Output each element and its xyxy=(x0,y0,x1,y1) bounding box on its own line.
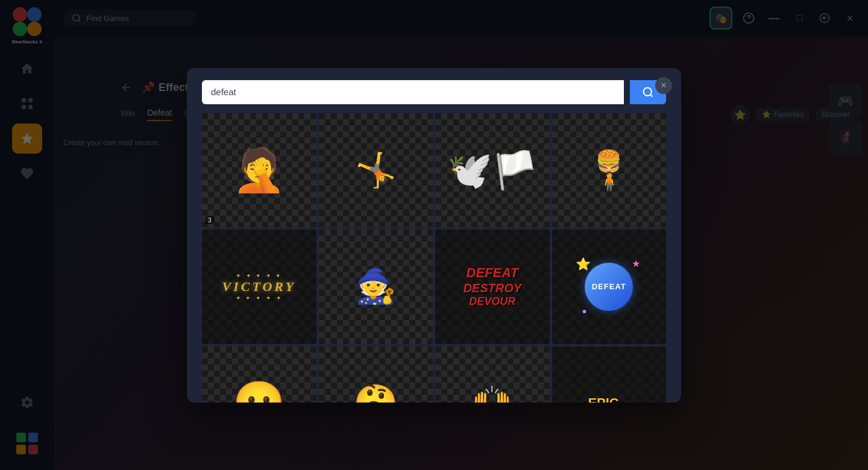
epic-content: EPIC... xyxy=(552,346,667,403)
effect-item-10[interactable]: 🤔 xyxy=(319,346,433,403)
effect-number-1: 3 xyxy=(205,216,215,224)
effect-item-12[interactable]: EPIC... xyxy=(552,346,667,403)
modal-search-row xyxy=(187,68,681,113)
effect-emoji-4: 🍔 🧍 xyxy=(596,149,622,192)
effect-item-6[interactable]: 🧙 xyxy=(319,230,433,344)
modal-close-button[interactable]: × xyxy=(655,77,672,94)
effect-item-8[interactable]: DEFEAT ⭐ ★ ● xyxy=(552,230,667,344)
effect-emoji-9: 😶 xyxy=(233,378,285,402)
effect-item-2[interactable]: 🤸 xyxy=(319,113,433,228)
search-icon xyxy=(642,86,654,98)
effects-grid: 🤦 3 🤸 🕊️🏳️ xyxy=(202,113,666,403)
effect-item-1[interactable]: 🤦 3 xyxy=(202,113,316,228)
effect-emoji-2: 🤸 xyxy=(355,151,397,190)
defeat-bubble-content: DEFEAT ⭐ ★ ● xyxy=(552,230,667,344)
modal-overlay[interactable]: × 🤦 xyxy=(0,0,868,470)
effect-emoji-6: 🧙 xyxy=(355,267,397,306)
effect-emoji-11: 🙌 xyxy=(471,384,513,403)
effect-item-3[interactable]: 🕊️🏳️ xyxy=(435,113,550,228)
svg-point-19 xyxy=(644,87,652,95)
modal-search-input[interactable] xyxy=(202,80,624,104)
effect-item-5[interactable]: ✦ ✦ ✦ ✦ ✦ VICTORY ✦ ✦ ✦ ✦ ✦ xyxy=(202,230,316,344)
app-container: BlueStacks X xyxy=(0,0,868,470)
victory-text: ✦ ✦ ✦ ✦ ✦ VICTORY ✦ ✦ ✦ ✦ ✦ xyxy=(222,272,296,301)
effect-emoji-3: 🕊️🏳️ xyxy=(447,149,538,192)
modal-grid[interactable]: 🤦 3 🤸 🕊️🏳️ xyxy=(187,113,681,403)
effect-item-11[interactable]: 🙌 xyxy=(435,346,550,403)
effect-item-4[interactable]: 🍔 🧍 xyxy=(552,113,667,228)
effect-emoji-1: 🤦 xyxy=(233,149,285,191)
effect-item-9[interactable]: 😶 xyxy=(202,346,316,403)
effect-item-7[interactable]: DEFEAT DESTROY DEVOUR xyxy=(435,230,550,344)
defeat-text: DEFEAT DESTROY DEVOUR xyxy=(435,230,550,344)
search-modal: × 🤦 xyxy=(187,68,681,403)
effect-emoji-10: 🤔 xyxy=(353,382,398,403)
